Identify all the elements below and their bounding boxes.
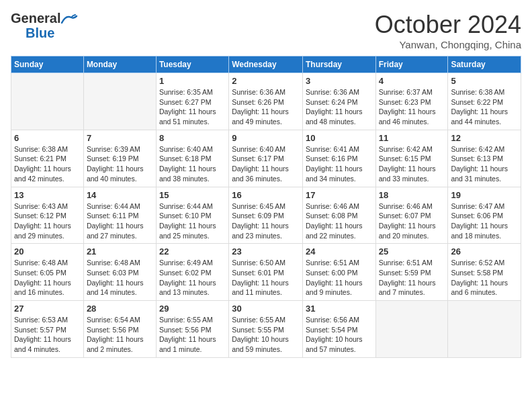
cell-info: Sunrise: 6:48 AM Sunset: 6:05 PM Dayligh… xyxy=(14,258,81,298)
calendar-table: Sunday Monday Tuesday Wednesday Thursday… xyxy=(11,56,521,358)
day-number: 19 xyxy=(451,190,518,200)
calendar-cell: 31Sunrise: 6:56 AM Sunset: 5:54 PM Dayli… xyxy=(302,301,375,358)
calendar-cell: 13Sunrise: 6:43 AM Sunset: 6:12 PM Dayli… xyxy=(11,187,84,244)
calendar-cell: 7Sunrise: 6:39 AM Sunset: 6:19 PM Daylig… xyxy=(83,130,156,187)
cell-info: Sunrise: 6:51 AM Sunset: 6:00 PM Dayligh… xyxy=(306,258,373,298)
cell-info: Sunrise: 6:44 AM Sunset: 6:11 PM Dayligh… xyxy=(87,201,153,241)
weekday-header-row: Sunday Monday Tuesday Wednesday Thursday… xyxy=(11,56,521,73)
header-friday: Friday xyxy=(375,56,448,73)
calendar-week-row: 1Sunrise: 6:35 AM Sunset: 6:27 PM Daylig… xyxy=(11,73,521,130)
calendar-cell: 8Sunrise: 6:40 AM Sunset: 6:18 PM Daylig… xyxy=(156,130,228,187)
header-saturday: Saturday xyxy=(448,56,521,73)
cell-info: Sunrise: 6:53 AM Sunset: 5:57 PM Dayligh… xyxy=(14,315,81,355)
cell-info: Sunrise: 6:36 AM Sunset: 6:24 PM Dayligh… xyxy=(306,87,373,127)
cell-info: Sunrise: 6:40 AM Sunset: 6:18 PM Dayligh… xyxy=(159,144,226,184)
day-number: 14 xyxy=(87,190,153,200)
cell-info: Sunrise: 6:40 AM Sunset: 6:17 PM Dayligh… xyxy=(232,144,300,184)
day-number: 23 xyxy=(232,246,300,257)
cell-info: Sunrise: 6:51 AM Sunset: 5:59 PM Dayligh… xyxy=(379,258,445,298)
calendar-cell xyxy=(11,73,84,130)
calendar-cell: 3Sunrise: 6:36 AM Sunset: 6:24 PM Daylig… xyxy=(302,73,375,130)
day-number: 21 xyxy=(87,246,153,257)
cell-info: Sunrise: 6:50 AM Sunset: 6:01 PM Dayligh… xyxy=(232,258,300,298)
day-number: 16 xyxy=(232,190,300,200)
calendar-cell: 23Sunrise: 6:50 AM Sunset: 6:01 PM Dayli… xyxy=(229,244,303,301)
day-number: 30 xyxy=(232,304,300,314)
day-number: 7 xyxy=(87,133,153,143)
day-number: 17 xyxy=(306,190,373,200)
cell-info: Sunrise: 6:39 AM Sunset: 6:19 PM Dayligh… xyxy=(87,144,153,184)
cell-info: Sunrise: 6:42 AM Sunset: 6:15 PM Dayligh… xyxy=(379,144,445,184)
cell-info: Sunrise: 6:48 AM Sunset: 6:03 PM Dayligh… xyxy=(87,258,153,298)
cell-info: Sunrise: 6:36 AM Sunset: 6:26 PM Dayligh… xyxy=(232,87,300,127)
cell-info: Sunrise: 6:41 AM Sunset: 6:16 PM Dayligh… xyxy=(306,144,373,184)
day-number: 11 xyxy=(379,133,445,143)
month-title: October 2024 xyxy=(375,11,521,39)
logo-bird-icon xyxy=(60,13,78,26)
calendar-cell: 19Sunrise: 6:47 AM Sunset: 6:06 PM Dayli… xyxy=(448,187,521,244)
calendar-cell: 18Sunrise: 6:46 AM Sunset: 6:07 PM Dayli… xyxy=(375,187,448,244)
cell-info: Sunrise: 6:54 AM Sunset: 5:56 PM Dayligh… xyxy=(87,315,153,355)
header-tuesday: Tuesday xyxy=(156,56,228,73)
cell-info: Sunrise: 6:43 AM Sunset: 6:12 PM Dayligh… xyxy=(14,201,81,241)
calendar-week-row: 6Sunrise: 6:38 AM Sunset: 6:21 PM Daylig… xyxy=(11,130,521,187)
calendar-cell xyxy=(448,301,521,358)
day-number: 29 xyxy=(159,304,226,314)
calendar-week-row: 27Sunrise: 6:53 AM Sunset: 5:57 PM Dayli… xyxy=(11,301,521,358)
day-number: 31 xyxy=(306,304,373,314)
calendar-cell: 14Sunrise: 6:44 AM Sunset: 6:11 PM Dayli… xyxy=(83,187,156,244)
cell-info: Sunrise: 6:46 AM Sunset: 6:08 PM Dayligh… xyxy=(306,201,373,241)
day-number: 13 xyxy=(14,190,81,200)
header-monday: Monday xyxy=(83,56,156,73)
day-number: 4 xyxy=(379,76,445,86)
calendar-cell: 17Sunrise: 6:46 AM Sunset: 6:08 PM Dayli… xyxy=(302,187,375,244)
calendar-cell: 28Sunrise: 6:54 AM Sunset: 5:56 PM Dayli… xyxy=(83,301,156,358)
logo-blue-text: Blue xyxy=(26,26,78,40)
day-number: 15 xyxy=(159,190,226,200)
day-number: 27 xyxy=(14,304,81,314)
calendar-cell: 29Sunrise: 6:55 AM Sunset: 5:56 PM Dayli… xyxy=(156,301,228,358)
calendar-cell: 9Sunrise: 6:40 AM Sunset: 6:17 PM Daylig… xyxy=(229,130,303,187)
day-number: 3 xyxy=(306,76,373,86)
calendar-cell: 12Sunrise: 6:42 AM Sunset: 6:13 PM Dayli… xyxy=(448,130,521,187)
calendar-cell: 30Sunrise: 6:55 AM Sunset: 5:55 PM Dayli… xyxy=(229,301,303,358)
calendar-cell: 15Sunrise: 6:44 AM Sunset: 6:10 PM Dayli… xyxy=(156,187,228,244)
cell-info: Sunrise: 6:38 AM Sunset: 6:22 PM Dayligh… xyxy=(451,87,518,127)
day-number: 22 xyxy=(159,246,226,257)
cell-info: Sunrise: 6:35 AM Sunset: 6:27 PM Dayligh… xyxy=(159,87,226,127)
header-sunday: Sunday xyxy=(11,56,84,73)
cell-info: Sunrise: 6:42 AM Sunset: 6:13 PM Dayligh… xyxy=(451,144,518,184)
calendar-cell: 5Sunrise: 6:38 AM Sunset: 6:22 PM Daylig… xyxy=(448,73,521,130)
day-number: 2 xyxy=(232,76,300,86)
cell-info: Sunrise: 6:56 AM Sunset: 5:54 PM Dayligh… xyxy=(306,315,373,355)
calendar-week-row: 13Sunrise: 6:43 AM Sunset: 6:12 PM Dayli… xyxy=(11,187,521,244)
cell-info: Sunrise: 6:45 AM Sunset: 6:09 PM Dayligh… xyxy=(232,201,300,241)
cell-info: Sunrise: 6:38 AM Sunset: 6:21 PM Dayligh… xyxy=(14,144,81,184)
cell-info: Sunrise: 6:37 AM Sunset: 6:23 PM Dayligh… xyxy=(379,87,445,127)
day-number: 6 xyxy=(14,133,81,143)
calendar-cell: 24Sunrise: 6:51 AM Sunset: 6:00 PM Dayli… xyxy=(302,244,375,301)
day-number: 18 xyxy=(379,190,445,200)
day-number: 26 xyxy=(451,246,518,257)
calendar-cell: 1Sunrise: 6:35 AM Sunset: 6:27 PM Daylig… xyxy=(156,73,228,130)
cell-info: Sunrise: 6:49 AM Sunset: 6:02 PM Dayligh… xyxy=(159,258,226,298)
day-number: 8 xyxy=(159,133,226,143)
day-number: 5 xyxy=(451,76,518,86)
calendar-cell: 26Sunrise: 6:52 AM Sunset: 5:58 PM Dayli… xyxy=(448,244,521,301)
cell-info: Sunrise: 6:55 AM Sunset: 5:55 PM Dayligh… xyxy=(232,315,300,355)
calendar-cell: 20Sunrise: 6:48 AM Sunset: 6:05 PM Dayli… xyxy=(11,244,84,301)
logo-general-text: General xyxy=(11,11,60,26)
day-number: 10 xyxy=(306,133,373,143)
page-header: General Blue October 2024 Yanwan, Chongq… xyxy=(11,11,521,50)
calendar-cell: 27Sunrise: 6:53 AM Sunset: 5:57 PM Dayli… xyxy=(11,301,84,358)
day-number: 28 xyxy=(87,304,153,314)
logo: General Blue xyxy=(11,11,78,40)
header-wednesday: Wednesday xyxy=(229,56,303,73)
calendar-cell: 11Sunrise: 6:42 AM Sunset: 6:15 PM Dayli… xyxy=(375,130,448,187)
day-number: 9 xyxy=(232,133,300,143)
location-subtitle: Yanwan, Chongqing, China xyxy=(375,39,521,50)
calendar-cell: 4Sunrise: 6:37 AM Sunset: 6:23 PM Daylig… xyxy=(375,73,448,130)
cell-info: Sunrise: 6:46 AM Sunset: 6:07 PM Dayligh… xyxy=(379,201,445,241)
calendar-cell: 6Sunrise: 6:38 AM Sunset: 6:21 PM Daylig… xyxy=(11,130,84,187)
day-number: 1 xyxy=(159,76,226,86)
